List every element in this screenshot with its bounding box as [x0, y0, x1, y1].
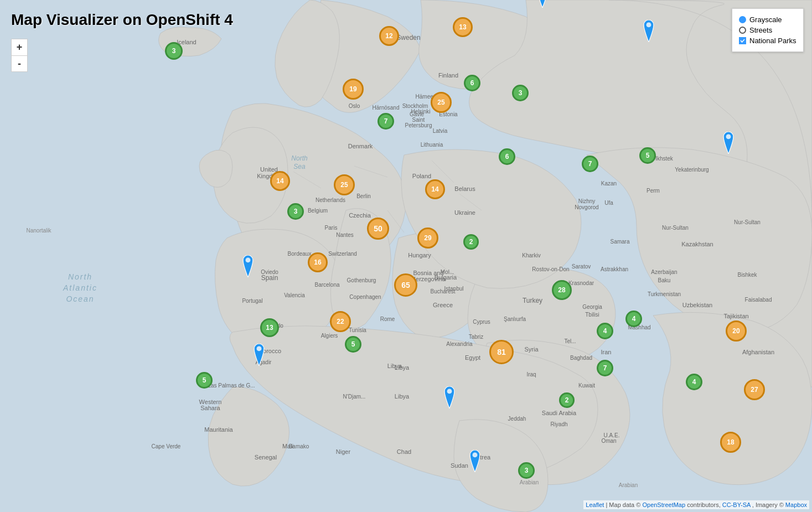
cluster-marker-c7[interactable]: 25 [431, 92, 452, 113]
svg-text:Sahara: Sahara [200, 405, 220, 411]
svg-text:N'Djam...: N'Djam... [343, 394, 366, 400]
svg-text:Ufa: Ufa [604, 200, 613, 206]
cluster-marker-c31[interactable]: 4 [686, 374, 702, 390]
svg-text:Bamako: Bamako [289, 443, 309, 449]
svg-text:Libya: Libya [395, 393, 410, 400]
mapbox-link[interactable]: Mapbox [785, 501, 807, 508]
cluster-marker-c20[interactable]: 65 [394, 273, 417, 297]
cluster-marker-c35[interactable]: 18 [720, 432, 741, 453]
svg-text:Bordeaux: Bordeaux [288, 251, 312, 257]
cluster-marker-c10[interactable]: 7 [582, 156, 598, 172]
cluster-marker-c34[interactable]: 3 [518, 462, 535, 479]
pin-marker-p4[interactable] [240, 255, 256, 280]
zoom-out-button[interactable]: - [11, 55, 28, 72]
svg-text:Hungary: Hungary [408, 252, 431, 258]
svg-point-129 [447, 389, 452, 394]
cluster-marker-c16[interactable]: 50 [367, 218, 389, 240]
svg-point-128 [257, 346, 262, 351]
svg-text:Copenhagen: Copenhagen [349, 294, 381, 300]
cluster-marker-c22[interactable]: 22 [330, 311, 351, 332]
svg-text:Kazakhstan: Kazakhstan [681, 241, 713, 247]
cluster-marker-c26[interactable]: 4 [597, 323, 613, 339]
grayscale-radio[interactable] [739, 16, 746, 23]
svg-text:Kharkiv: Kharkiv [522, 252, 540, 258]
pin-marker-p6[interactable] [442, 386, 457, 411]
svg-text:Novgorod: Novgorod [575, 204, 598, 210]
cluster-marker-c21[interactable]: 28 [552, 280, 572, 300]
cluster-marker-c19[interactable]: 16 [308, 252, 328, 272]
svg-text:Oviedo: Oviedo [261, 269, 278, 275]
attribution-imagery: , Imagery © [752, 501, 785, 508]
svg-text:Finland: Finland [438, 72, 458, 79]
cluster-marker-c1[interactable]: 3 [165, 42, 183, 60]
cluster-marker-c33[interactable]: 2 [559, 392, 575, 408]
svg-text:Saudi Arabia: Saudi Arabia [542, 410, 577, 416]
svg-text:Valencia: Valencia [284, 292, 305, 298]
cluster-marker-c29[interactable]: 7 [597, 360, 613, 376]
pin-marker-p5[interactable] [251, 344, 267, 368]
cluster-marker-c27[interactable]: 81 [489, 340, 514, 364]
svg-text:Nizhny: Nizhny [578, 198, 596, 204]
svg-text:Jeddah: Jeddah [508, 416, 526, 422]
svg-text:Senegal: Senegal [255, 454, 277, 461]
cluster-marker-c13[interactable]: 25 [334, 174, 355, 195]
svg-text:Sea: Sea [293, 163, 306, 170]
leaflet-link[interactable]: Leaflet [586, 501, 604, 508]
cluster-marker-c24[interactable]: 13 [260, 318, 279, 337]
legend-national-parks[interactable]: National Parks [739, 37, 797, 45]
cluster-marker-c17[interactable]: 29 [417, 227, 438, 249]
cluster-marker-c4[interactable]: 6 [464, 75, 480, 91]
national-parks-checkbox[interactable] [739, 37, 746, 44]
osm-link[interactable]: OpenStreetMap [642, 501, 685, 508]
cluster-marker-c6[interactable]: 19 [343, 79, 364, 100]
cluster-marker-c12[interactable]: 14 [270, 171, 290, 191]
pin-marker-p7[interactable] [467, 450, 483, 474]
pin-marker-p3[interactable] [721, 132, 736, 156]
cluster-marker-c2[interactable]: 12 [379, 26, 399, 46]
svg-text:Krasnodar: Krasnodar [568, 280, 594, 286]
svg-text:Denmark: Denmark [348, 143, 373, 149]
zoom-in-button[interactable]: + [11, 39, 28, 55]
svg-text:Poland: Poland [412, 173, 431, 179]
cc-link[interactable]: CC-BY-SA [722, 501, 751, 508]
cluster-marker-c25[interactable]: 4 [625, 311, 642, 327]
cluster-marker-c9[interactable]: 6 [499, 148, 515, 165]
svg-text:Faisalabad: Faisalabad [745, 297, 772, 303]
svg-text:Saratov: Saratov [572, 263, 591, 270]
cluster-marker-c11[interactable]: 5 [639, 147, 656, 164]
cluster-marker-c28[interactable]: 20 [726, 320, 747, 342]
cluster-marker-c15[interactable]: 3 [287, 203, 304, 220]
legend-grayscale[interactable]: Grayscale [739, 15, 797, 24]
svg-text:Bishkek: Bishkek [737, 272, 757, 278]
svg-text:Istanbul: Istanbul [444, 286, 463, 292]
national-parks-label: National Parks [749, 37, 797, 45]
map-container[interactable]: North Sea North Atlantic Ocean Iceland S… [0, 0, 812, 512]
map-attribution: Leaflet | Map data © OpenStreetMap contr… [583, 500, 809, 509]
svg-text:Turkey: Turkey [523, 297, 542, 304]
svg-text:Petersburg: Petersburg [405, 122, 432, 128]
grayscale-label: Grayscale [749, 15, 782, 24]
svg-text:Samara: Samara [610, 239, 629, 245]
cluster-marker-c23[interactable]: 5 [345, 336, 361, 353]
svg-text:Syria: Syria [524, 346, 539, 353]
legend-streets[interactable]: Streets [739, 26, 797, 34]
zoom-controls[interactable]: + - [11, 39, 28, 72]
cluster-marker-c8[interactable]: 7 [377, 113, 394, 130]
svg-text:Mauritania: Mauritania [204, 426, 233, 433]
cluster-marker-c32[interactable]: 27 [744, 379, 765, 400]
svg-text:Sudan: Sudan [451, 462, 468, 469]
cluster-marker-c18[interactable]: 2 [463, 234, 479, 250]
svg-text:Baku: Baku [658, 277, 671, 283]
svg-text:Tunisia: Tunisia [349, 327, 366, 333]
pin-marker-p1[interactable] [535, 0, 550, 10]
svg-text:Rome: Rome [380, 316, 395, 322]
cluster-marker-c30[interactable]: 5 [196, 372, 213, 389]
streets-radio[interactable] [739, 27, 746, 34]
pin-marker-p2[interactable] [641, 20, 656, 44]
svg-text:Belarus: Belarus [454, 185, 475, 192]
svg-text:Uzbekistan: Uzbekistan [682, 302, 712, 308]
cluster-marker-c3[interactable]: 13 [453, 17, 473, 37]
cluster-marker-c14[interactable]: 14 [425, 179, 445, 199]
cluster-marker-c5[interactable]: 3 [512, 85, 529, 101]
svg-text:Baghdad: Baghdad [570, 355, 592, 361]
